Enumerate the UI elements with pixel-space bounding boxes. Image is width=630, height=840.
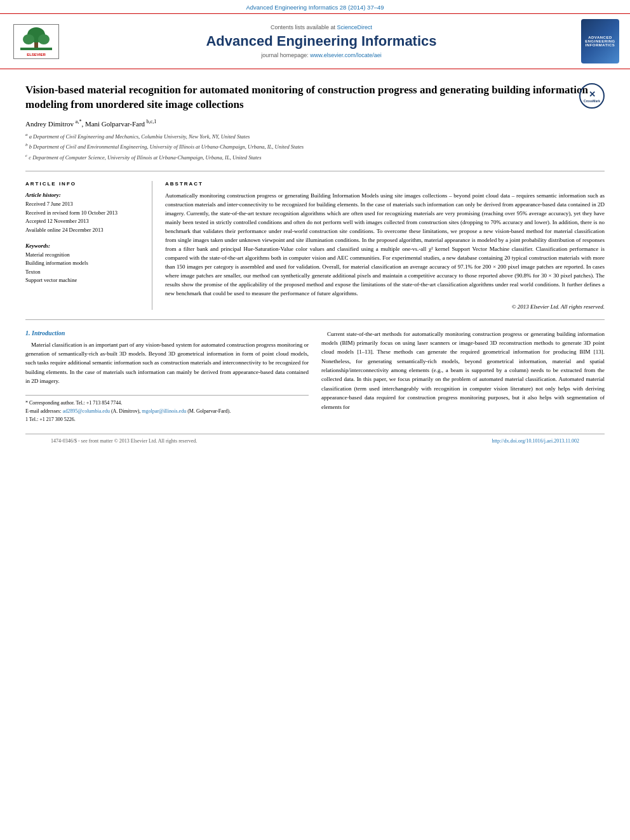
crossmark-area: ✕ CrossMark bbox=[579, 83, 605, 109]
body-left-col: 1. Introduction Material classification … bbox=[25, 330, 309, 424]
article-info-label: ARTICLE INFO bbox=[25, 181, 142, 188]
email-label: E-mail addresses: bbox=[25, 408, 62, 414]
abstract-label: ABSTRACT bbox=[165, 181, 605, 188]
email-note: E-mail addresses: ad2895@columbia.edu (A… bbox=[25, 408, 309, 416]
affiliations: a a Department of Civil Engineering and … bbox=[25, 131, 605, 162]
email1-link[interactable]: ad2895@columbia.edu bbox=[63, 408, 110, 414]
elsevier-tree-icon: ELSEVIER bbox=[17, 25, 55, 57]
keyword-2: Building information models bbox=[25, 259, 142, 268]
svg-point-3 bbox=[23, 34, 34, 44]
crossmark-icon: ✕ bbox=[589, 90, 596, 99]
intro-right-text: Current state-of-the-art methods for aut… bbox=[321, 330, 605, 412]
keyword-3: Texton bbox=[25, 268, 142, 277]
main-content: Vision-based material recognition for au… bbox=[0, 69, 630, 455]
abstract-col: ABSTRACT Automatically monitoring constr… bbox=[165, 181, 605, 309]
revised-date: Received in revised form 10 October 2013 bbox=[25, 209, 142, 218]
crossmark-label: CrossMark bbox=[584, 99, 600, 103]
svg-text:ELSEVIER: ELSEVIER bbox=[27, 53, 46, 57]
svg-point-4 bbox=[38, 34, 50, 44]
abstract-text: Automatically monitoring construction pr… bbox=[165, 192, 605, 298]
body-right-col: Current state-of-the-art methods for aut… bbox=[321, 330, 605, 424]
svg-rect-0 bbox=[20, 48, 52, 50]
top-bar: Advanced Engineering Informatics 28 (201… bbox=[0, 0, 630, 13]
affiliation-a: a a Department of Civil Engineering and … bbox=[25, 131, 605, 141]
keyword-4: Support vector machine bbox=[25, 276, 142, 285]
intro-left-text: Material classification is an important … bbox=[25, 340, 309, 386]
intro-para-right-1: Current state-of-the-art methods for aut… bbox=[321, 330, 605, 412]
journal-header-middle: Contents lists available at ScienceDirec… bbox=[71, 19, 572, 63]
email1-name: (A. Dimitrov), bbox=[111, 408, 140, 414]
contents-line: Contents lists available at ScienceDirec… bbox=[271, 24, 372, 30]
crossmark-badge: ✕ CrossMark bbox=[579, 83, 605, 109]
article-history-block: Article history: Received 7 June 2013 Re… bbox=[25, 192, 142, 234]
footnote-1: 1 Tel.: +1 217 300 5226. bbox=[25, 416, 309, 424]
journal-logo-image: ADVANCEDENGINEERINGINFORMATICS bbox=[581, 19, 619, 63]
paper-title: Vision-based material recognition for au… bbox=[25, 83, 605, 112]
journal-logo-area: ADVANCEDENGINEERINGINFORMATICS bbox=[578, 19, 622, 63]
keywords-label: Keywords: bbox=[25, 243, 142, 249]
article-body-two-col: ARTICLE INFO Article history: Received 7… bbox=[25, 181, 605, 309]
sciencedirect-link[interactable]: ScienceDirect bbox=[337, 24, 373, 30]
intro-para-1: Material classification is an important … bbox=[25, 340, 309, 386]
body-divider bbox=[25, 319, 605, 320]
journal-title: Advanced Engineering Informatics bbox=[206, 33, 436, 50]
affiliation-c: c c Department of Computer Science, Univ… bbox=[25, 152, 605, 162]
article-info-col: ARTICLE INFO Article history: Received 7… bbox=[25, 181, 152, 309]
journal-homepage-link[interactable]: www.elsevier.com/locate/aei bbox=[310, 52, 382, 58]
journal-citation: Advanced Engineering Informatics 28 (201… bbox=[246, 4, 384, 11]
email2-name: (M. Golparvar-Fard). bbox=[187, 408, 231, 414]
journal-header: ELSEVIER Contents lists available at Sci… bbox=[0, 13, 630, 69]
footnotes-block: * Corresponding author. Tel.: +1 713 854… bbox=[25, 395, 309, 423]
intro-title: 1. Introduction bbox=[25, 330, 309, 337]
journal-logo-text: ADVANCEDENGINEERINGINFORMATICS bbox=[585, 36, 615, 47]
authors-line: Andrey Dimitrov a,*, Mani Golparvar-Fard… bbox=[25, 119, 605, 128]
elsevier-logo-area: ELSEVIER bbox=[8, 19, 65, 63]
paper-header: Vision-based material recognition for au… bbox=[25, 83, 605, 161]
journal-homepage: journal homepage: www.elsevier.com/locat… bbox=[261, 52, 382, 58]
author-b-sup: b,c,1 bbox=[147, 119, 157, 124]
author-a-sup: a,* bbox=[76, 119, 82, 124]
header-divider bbox=[25, 171, 605, 171]
accepted-date: Accepted 12 November 2013 bbox=[25, 217, 142, 226]
affiliation-b: b b Department of Civil and Environmenta… bbox=[25, 142, 605, 151]
received-date: Received 7 June 2013 bbox=[25, 200, 142, 209]
body-content: 1. Introduction Material classification … bbox=[25, 330, 605, 424]
keywords-block: Keywords: Material recognition Building … bbox=[25, 243, 142, 285]
history-label: Article history: bbox=[25, 192, 142, 198]
doi-link[interactable]: http://dx.doi.org/10.1016/j.aei.2013.11.… bbox=[492, 438, 579, 444]
email2-link[interactable]: mgolpar@illinois.edu bbox=[142, 408, 186, 414]
elsevier-logo-box: ELSEVIER bbox=[13, 24, 59, 59]
corresponding-note: * Corresponding author. Tel.: +1 713 854… bbox=[25, 399, 309, 408]
issn-text: 1474-0346/$ - see front matter © 2013 El… bbox=[51, 438, 197, 444]
copyright-line: © 2013 Elsevier Ltd. All rights reserved… bbox=[165, 303, 605, 310]
keyword-1: Material recognition bbox=[25, 251, 142, 260]
bottom-bar: 1474-0346/$ - see front matter © 2013 El… bbox=[25, 434, 605, 448]
available-date: Available online 24 December 2013 bbox=[25, 226, 142, 235]
